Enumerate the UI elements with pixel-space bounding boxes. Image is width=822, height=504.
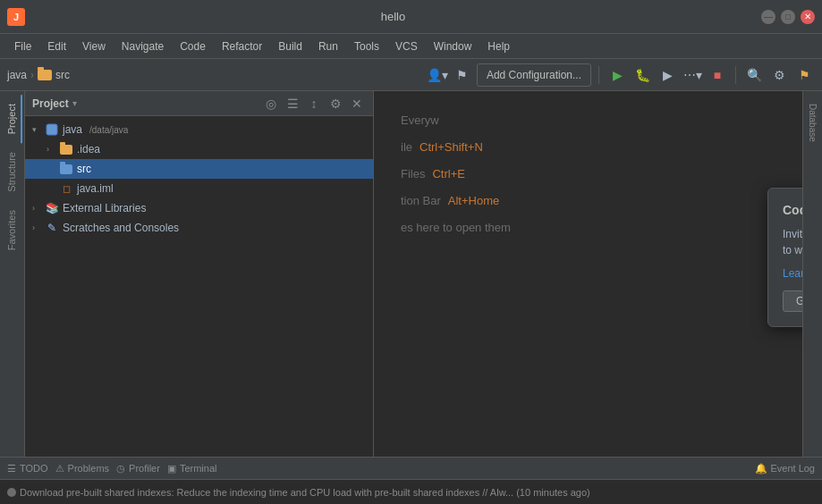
panel-settings-btn[interactable]: ⚙ xyxy=(326,95,344,113)
toolbar-divider1 xyxy=(598,66,599,84)
panel-collapse-btn[interactable]: ☰ xyxy=(284,95,301,113)
sidebar-tab-structure[interactable]: Structure xyxy=(3,143,22,201)
terminal-icon: ▣ xyxy=(167,463,176,475)
todo-label: TODO xyxy=(20,463,48,474)
code-with-me-popup: Code With Me Invite others to your IDE o… xyxy=(767,188,802,327)
editor-area: Everyw ile Ctrl+Shift+N Files Ctrl+E tio… xyxy=(374,91,802,457)
left-sidebar-tabs: Project Structure Favorites xyxy=(0,91,25,457)
tree-item-java[interactable]: ▾ java /data/java xyxy=(25,120,373,139)
hint-text-1: Everyw xyxy=(401,109,439,132)
idea-folder-icon xyxy=(59,142,73,156)
got-it-button[interactable]: Got It xyxy=(783,290,802,312)
todo-icon: ☰ xyxy=(7,463,16,475)
terminal-label: Terminal xyxy=(180,463,217,474)
settings-button[interactable]: ⚙ xyxy=(768,64,790,86)
status-terminal[interactable]: ▣ Terminal xyxy=(167,463,217,475)
cwm-button[interactable]: ⚑ xyxy=(452,64,473,86)
hint-key-3: Ctrl+E xyxy=(432,163,464,186)
problems-label: Problems xyxy=(68,463,109,474)
main-layout: Project Structure Favorites Project ▾ ◎ … xyxy=(0,91,822,457)
title-bar-left: J xyxy=(7,8,25,26)
profile-button[interactable]: 👤▾ xyxy=(427,64,448,86)
sidebar-tab-favorites[interactable]: Favorites xyxy=(3,201,22,259)
menu-view[interactable]: View xyxy=(75,38,113,55)
bottom-bar: Download pre-built shared indexes: Reduc… xyxy=(0,479,822,504)
menu-edit[interactable]: Edit xyxy=(40,38,73,55)
menu-help[interactable]: Help xyxy=(480,38,517,55)
menu-vcs[interactable]: VCS xyxy=(388,38,425,55)
window-title: hello xyxy=(381,10,405,23)
stop-button[interactable]: ■ xyxy=(707,64,728,86)
tree-item-ext-libs[interactable]: › 📚 External Libraries xyxy=(25,198,373,218)
project-tree: ▾ java /data/java › .idea xyxy=(25,116,373,457)
debug-button[interactable]: 🐛 xyxy=(631,64,653,86)
panel-close-btn[interactable]: ✕ xyxy=(348,95,366,113)
folder-icon xyxy=(38,70,52,80)
iml-file-icon: ◻ xyxy=(59,181,73,196)
panel-locate-btn[interactable]: ◎ xyxy=(262,95,280,113)
project-panel-arrow[interactable]: ▾ xyxy=(72,98,77,108)
title-bar: J hello — □ ✕ xyxy=(0,0,822,34)
toolbar-right: 👤▾ ⚑ Add Configuration... ▶ 🐛 ▶ ⋯▾ ■ 🔍 ⚙… xyxy=(427,63,815,87)
menu-refactor[interactable]: Refactor xyxy=(215,38,269,55)
tree-item-iml[interactable]: ◻ java.iml xyxy=(25,179,373,198)
tree-label-idea: .idea xyxy=(77,143,100,155)
coverage-button[interactable]: ▶ xyxy=(657,64,678,86)
profiler-label: Profiler xyxy=(129,463,160,474)
menu-code[interactable]: Code xyxy=(173,38,213,55)
breadcrumb-java[interactable]: java xyxy=(7,69,27,81)
add-configuration-button[interactable]: Add Configuration... xyxy=(477,63,591,87)
tree-label-scratches: Scratches and Consoles xyxy=(63,222,179,234)
hint-text-3a: Files xyxy=(401,163,425,186)
sidebar-tab-project[interactable]: Project xyxy=(3,95,22,143)
breadcrumb-src[interactable]: src xyxy=(55,69,70,81)
project-panel: Project ▾ ◎ ☰ ↕ ⚙ ✕ ▾ java /data/java xyxy=(25,91,374,457)
tree-item-idea[interactable]: › .idea xyxy=(25,139,373,159)
tree-label-src: src xyxy=(77,163,91,175)
menu-build[interactable]: Build xyxy=(271,38,309,55)
toolbar-divider2 xyxy=(735,66,736,84)
menu-navigate[interactable]: Navigate xyxy=(114,38,171,55)
tree-item-src[interactable]: src xyxy=(25,159,373,179)
status-event-log[interactable]: 🔔 Event Log xyxy=(755,463,815,475)
search-button[interactable]: 🔍 xyxy=(743,64,765,86)
status-profiler[interactable]: ◷ Profiler xyxy=(116,463,160,475)
hint-line-3: Files Ctrl+E xyxy=(401,163,775,186)
popup-title: Code With Me xyxy=(783,203,802,217)
maximize-button[interactable]: □ xyxy=(781,10,795,24)
popup-learn-more-link[interactable]: Learn more ↗ xyxy=(783,267,802,280)
sidebar-tab-database[interactable]: Database xyxy=(805,95,820,151)
tree-item-scratches[interactable]: › ✎ Scratches and Consoles xyxy=(25,218,373,238)
breadcrumb-sep1: › xyxy=(30,69,34,81)
hint-key-2: Ctrl+Shift+N xyxy=(419,136,483,159)
status-todo[interactable]: ☰ TODO xyxy=(7,463,48,475)
hint-line-1: Everyw xyxy=(401,109,775,132)
hint-text-2a: ile xyxy=(401,136,412,159)
minimize-button[interactable]: — xyxy=(761,10,775,24)
hint-line-4: tion Bar Alt+Home xyxy=(401,189,775,213)
chevron-java: ▾ xyxy=(32,125,41,134)
scratches-icon: ✎ xyxy=(45,221,59,235)
bottom-download-text[interactable]: Download pre-built shared indexes: Reduc… xyxy=(20,487,815,498)
popup-actions: Got It xyxy=(783,290,802,312)
menu-file[interactable]: File xyxy=(7,38,38,55)
right-sidebar-tabs: Database xyxy=(802,91,822,457)
menu-window[interactable]: Window xyxy=(427,38,479,55)
chevron-idea: › xyxy=(47,145,55,154)
more-run-button[interactable]: ⋯▾ xyxy=(682,64,703,86)
run-button[interactable]: ▶ xyxy=(606,64,628,86)
menu-tools[interactable]: Tools xyxy=(347,38,386,55)
status-problems[interactable]: ⚠ Problems xyxy=(55,463,109,475)
updates-button[interactable]: ⚑ xyxy=(793,64,815,86)
profiler-icon: ◷ xyxy=(116,463,125,475)
menu-run[interactable]: Run xyxy=(311,38,345,55)
status-bar: ☰ TODO ⚠ Problems ◷ Profiler ▣ Terminal … xyxy=(0,457,822,479)
editor-content: Everyw ile Ctrl+Shift+N Files Ctrl+E tio… xyxy=(374,91,802,261)
src-folder-icon xyxy=(59,162,73,176)
hint-key-4: Alt+Home xyxy=(448,189,499,213)
status-light xyxy=(7,488,16,497)
menu-bar: File Edit View Navigate Code Refactor Bu… xyxy=(0,34,822,59)
project-panel-title: Project xyxy=(32,97,69,110)
panel-sort-btn[interactable]: ↕ xyxy=(305,95,323,113)
close-button[interactable]: ✕ xyxy=(801,10,815,24)
